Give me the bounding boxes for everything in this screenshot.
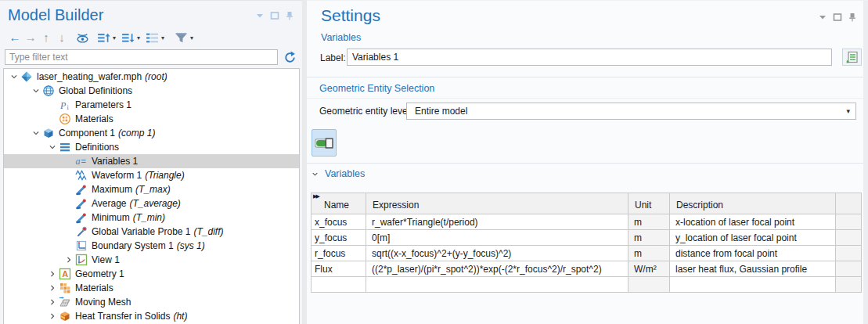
cell-description[interactable]: y_location of laser focal point [670,230,836,246]
tree-item-average[interactable]: Average (T_average) [4,196,299,211]
pin-icon[interactable] [285,11,294,20]
tree-item-view-1[interactable]: View 1 [4,253,299,267]
cell-extra [836,230,862,246]
cell-name[interactable]: r_focus [312,246,366,261]
chevron-right-icon[interactable] [46,282,59,294]
model-builder-title: Model Builder [8,6,103,24]
cell-unit: m [628,214,670,230]
chevron-down-icon[interactable] [30,85,42,97]
chevron-right-icon[interactable] [46,268,59,280]
goto-row-icon[interactable]: ▶▶ [313,193,319,200]
collapse-button[interactable] [120,30,136,45]
collapse-list-icon [121,31,135,45]
column-header-name[interactable]: ▶▶ Name [312,193,366,214]
chevron-spacer [63,211,75,224]
global-definitions-icon [42,85,55,97]
tree-tag: (ht) [173,311,187,322]
tree-item-materials-global[interactable]: Materials [4,112,299,126]
float-window-icon[interactable] [270,11,279,20]
tree-item-global-definitions[interactable]: Global Definitions [4,84,299,98]
tree-item-minimum[interactable]: Minimum (T_min) [4,211,299,225]
chevron-down-icon[interactable] [30,127,42,139]
node-text-caret[interactable]: ▾ [160,34,165,41]
panel-menu-arrow-icon[interactable] [255,11,265,20]
column-header-unit[interactable]: Unit [628,193,670,214]
toggle-on-icon [315,138,333,149]
cell-expression[interactable] [366,277,628,293]
cell-name[interactable] [312,277,366,293]
cell-name[interactable]: Flux [312,261,366,277]
separator [307,77,863,77]
expand-caret[interactable]: ▾ [112,34,117,41]
cell-description[interactable]: distance from focal point [670,246,836,261]
geometric-entity-level-label: Geometric entity level: [319,106,412,117]
chevron-right-icon[interactable] [46,296,59,308]
back-arrow-button[interactable]: ← [7,30,23,45]
filter-caret[interactable]: ▾ [189,34,194,41]
forward-arrow-button[interactable]: → [23,30,38,45]
tree-label: Geometry 1 [75,268,124,279]
cell-name[interactable]: x_focus [312,214,366,230]
panel-edge [863,1,868,324]
label-field-label: Label: [320,52,346,63]
pin-icon[interactable] [848,13,857,22]
geometric-entity-level-select[interactable]: Entire model ▾ [406,103,856,120]
filter-input[interactable] [5,49,278,65]
tree-item-materials-component[interactable]: Materials [4,281,299,295]
move-down-button[interactable]: ↓ [54,30,70,45]
move-up-button[interactable]: ↑ [38,30,54,45]
tree-item-heat-transfer-in-solids[interactable]: Heat Transfer in Solids (ht) [4,309,299,323]
panel-menu-arrow-icon[interactable] [818,13,827,22]
expand-button[interactable] [95,30,112,45]
cell-description[interactable]: x-location of laser focal point [670,214,836,230]
chevron-down-icon[interactable] [46,141,59,153]
cell-description[interactable] [670,277,836,293]
column-header-description[interactable]: Description [670,193,836,214]
component-icon [42,127,55,139]
chevron-down-icon[interactable] [312,168,322,179]
chevron-down-icon[interactable] [8,70,20,83]
boundary-system-icon [75,239,88,252]
tree-label: Minimum [92,212,130,223]
refresh-button[interactable] [280,49,299,66]
chevron-right-icon[interactable] [63,254,75,266]
cell-description[interactable]: laser heat flux, Gaussian profile [670,261,836,277]
label-input[interactable] [347,49,832,66]
variables-section-header[interactable]: Variables [312,168,365,179]
cell-name[interactable]: y_focus [312,230,366,246]
cell-expression[interactable]: r_wafer*Triangle(t/period) [366,214,628,230]
moving-mesh-icon [59,296,71,308]
tree-item-parameters-1[interactable]: Parameters 1 [4,98,299,112]
cell-extra [836,277,862,293]
float-window-icon[interactable] [833,13,842,22]
node-text-button[interactable] [144,30,160,45]
selected-option: Entire model [407,106,467,117]
show-button[interactable] [74,30,91,45]
tree-item-variables-1[interactable]: Variables 1 [4,154,299,168]
table-row: Flux ((2*p_laser)/(pi*r_spot^2))*exp(-(2… [312,261,862,277]
label-edit-button[interactable] [842,49,862,66]
separator [307,163,863,164]
tree-item-waveform-1[interactable]: Waveform 1 (Triangle) [4,168,299,182]
tree-item-component-1[interactable]: Component 1 (comp 1) [4,126,299,140]
cell-expression[interactable]: ((2*p_laser)/(pi*r_spot^2))*exp(-(2*r_fo… [366,261,628,277]
cell-expression[interactable]: sqrt((x-x_focus)^2+(y-y_focus)^2) [366,246,628,261]
collapse-caret[interactable]: ▾ [136,34,141,41]
tree-item-boundary-system-1[interactable]: Boundary System 1 (sys 1) [4,239,299,253]
variables-section-title: Variables [325,168,365,179]
tree-item-maximum[interactable]: Maximum (T_max) [4,182,299,196]
active-selection-toggle-button[interactable] [312,129,337,157]
tree-tag: (comp 1) [118,128,155,139]
filter-button[interactable] [173,30,189,45]
tree-item-root[interactable]: laser_heating_wafer.mph (root) [4,70,299,84]
tree-item-definitions[interactable]: Definitions [4,140,299,154]
geometric-entity-selection-header: Geometric Entity Selection [319,83,434,94]
tree-label: Definitions [75,142,119,153]
variables-icon [75,155,88,167]
tree-item-geometry-1[interactable]: Geometry 1 [4,267,299,281]
cell-expression[interactable]: 0[m] [366,230,628,246]
column-header-expression[interactable]: Expression [366,193,628,214]
tree-item-moving-mesh[interactable]: Moving Mesh [4,295,299,309]
tree-item-global-variable-probe-1[interactable]: Global Variable Probe 1 (T_diff) [4,225,299,239]
chevron-right-icon[interactable] [46,310,59,322]
